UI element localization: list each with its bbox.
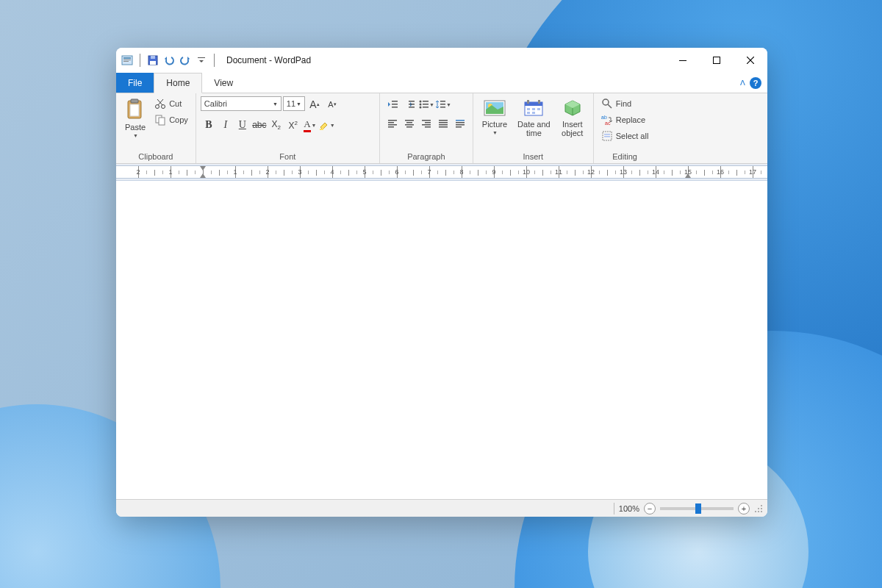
increase-indent-icon[interactable] <box>401 96 417 112</box>
svg-rect-42 <box>425 122 431 123</box>
svg-rect-58 <box>527 100 529 104</box>
document-area <box>116 181 767 499</box>
app-icon[interactable] <box>121 54 134 67</box>
zoom-slider-thumb[interactable] <box>695 503 701 514</box>
insert-picture-button[interactable]: Picture ▼ <box>478 96 512 137</box>
svg-rect-60 <box>527 108 530 110</box>
svg-rect-22 <box>409 104 415 105</box>
copy-button[interactable]: Copy <box>151 112 191 127</box>
help-icon[interactable]: ? <box>750 77 761 89</box>
zoom-out-button[interactable]: − <box>644 503 656 514</box>
justify-icon[interactable] <box>435 115 451 132</box>
svg-rect-8 <box>679 60 686 61</box>
ribbon-tabs: File Home View ᐱ ? <box>116 73 767 93</box>
undo-icon[interactable] <box>162 54 176 67</box>
redo-icon[interactable] <box>179 54 192 67</box>
bullet-list-icon[interactable]: ▼ <box>418 96 434 112</box>
svg-text:ab: ab <box>601 115 607 120</box>
horizontal-ruler[interactable]: 211234567891011121314151617 <box>116 165 767 179</box>
font-family-select[interactable]: Calibri▼ <box>201 96 282 111</box>
chevron-down-icon: ▼ <box>273 101 278 107</box>
svg-point-14 <box>162 105 165 109</box>
zoom-in-button[interactable]: + <box>738 503 750 514</box>
qat-customize-icon[interactable] <box>195 54 208 67</box>
underline-icon[interactable]: U <box>234 117 251 133</box>
maximize-button[interactable] <box>700 48 734 73</box>
decrease-indent-icon[interactable] <box>384 96 401 112</box>
highlight-icon[interactable]: ▼ <box>319 117 335 133</box>
zoom-slider[interactable] <box>660 507 734 510</box>
paragraph-dialog-icon[interactable] <box>452 115 468 132</box>
insert-object-button[interactable]: Insert object <box>556 96 589 139</box>
svg-rect-12 <box>130 104 139 116</box>
svg-rect-5 <box>151 56 155 59</box>
svg-rect-49 <box>456 120 465 121</box>
find-button[interactable]: Find <box>598 96 652 111</box>
align-left-icon[interactable] <box>384 115 401 132</box>
svg-rect-47 <box>439 124 448 126</box>
collapse-ribbon-icon[interactable]: ᐱ <box>740 79 745 87</box>
align-center-icon[interactable] <box>401 115 417 132</box>
cut-button[interactable]: Cut <box>151 96 191 111</box>
svg-rect-18 <box>392 101 398 102</box>
svg-rect-38 <box>406 122 412 123</box>
paste-button[interactable]: Paste ▼ <box>121 96 150 140</box>
svg-rect-2 <box>123 60 131 60</box>
font-size-select[interactable]: 11▼ <box>283 96 305 111</box>
svg-point-13 <box>156 105 159 109</box>
svg-rect-1 <box>123 57 131 59</box>
group-label-paragraph: Paragraph <box>383 151 470 163</box>
svg-rect-32 <box>440 107 445 108</box>
svg-rect-40 <box>406 126 412 128</box>
bold-icon[interactable]: B <box>201 117 217 133</box>
svg-point-25 <box>419 104 421 106</box>
svg-point-73 <box>761 508 762 509</box>
svg-point-24 <box>419 101 421 103</box>
window-title: Document - WordPad <box>226 55 311 65</box>
grow-font-icon[interactable]: A▴ <box>306 96 323 112</box>
insert-datetime-button[interactable]: Date and time <box>513 96 555 139</box>
svg-point-72 <box>758 508 759 509</box>
line-spacing-icon[interactable]: ▼ <box>435 96 451 112</box>
superscript-icon[interactable]: X2 <box>285 117 301 133</box>
svg-rect-59 <box>538 100 540 104</box>
strikethrough-icon[interactable]: abc <box>251 117 268 133</box>
svg-rect-36 <box>388 126 394 128</box>
ruler-area: 211234567891011121314151617 <box>116 164 767 181</box>
window-controls <box>666 48 767 73</box>
svg-rect-69 <box>604 134 610 135</box>
svg-rect-9 <box>714 57 720 64</box>
shrink-font-icon[interactable]: A▾ <box>324 96 340 112</box>
svg-point-71 <box>761 505 762 506</box>
close-button[interactable] <box>734 48 767 73</box>
resize-grip-icon[interactable] <box>754 504 763 513</box>
svg-rect-27 <box>423 101 429 102</box>
subscript-icon[interactable]: X2 <box>268 117 284 133</box>
svg-rect-20 <box>392 107 398 108</box>
svg-rect-63 <box>527 112 530 114</box>
document-page[interactable] <box>116 181 767 499</box>
save-icon[interactable] <box>146 54 159 67</box>
select-all-button[interactable]: Select all <box>598 129 652 143</box>
group-paragraph: ▼ ▼ Paragraph <box>380 93 473 163</box>
tab-view[interactable]: View <box>202 73 245 93</box>
quick-access-toolbar <box>116 54 222 67</box>
italic-icon[interactable]: I <box>218 117 234 133</box>
minimize-button[interactable] <box>666 48 700 73</box>
align-right-icon[interactable] <box>418 115 434 132</box>
svg-rect-44 <box>425 126 431 128</box>
svg-rect-7 <box>198 57 205 58</box>
replace-button[interactable]: abac Replace <box>598 112 652 127</box>
svg-rect-6 <box>150 61 156 65</box>
font-color-icon[interactable]: A▼ <box>302 117 318 133</box>
svg-point-26 <box>419 107 421 109</box>
tab-file[interactable]: File <box>116 73 154 93</box>
svg-rect-21 <box>409 101 415 102</box>
tab-home[interactable]: Home <box>154 73 202 93</box>
ribbon: Paste ▼ Cut Copy Clipboard <box>116 93 767 164</box>
svg-rect-29 <box>423 107 429 108</box>
svg-point-76 <box>761 511 762 512</box>
svg-rect-30 <box>440 101 445 102</box>
svg-rect-16 <box>159 118 165 125</box>
svg-rect-3 <box>123 61 129 62</box>
